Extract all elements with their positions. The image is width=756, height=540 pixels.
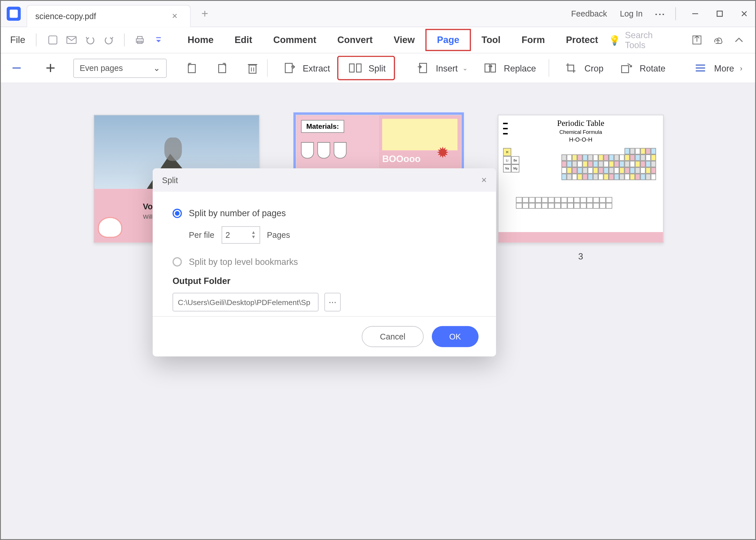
print-icon[interactable] <box>132 33 148 48</box>
svg-rect-25 <box>622 66 629 73</box>
lightbulb-icon: 💡 <box>609 35 620 46</box>
maximize-button[interactable] <box>707 7 732 20</box>
svg-rect-14 <box>219 65 226 72</box>
thumb-image-3: ▬▬▬ Periodic Table Chemical Formula H-O-… <box>498 115 664 243</box>
more-button[interactable]: More › <box>685 56 750 80</box>
dialog-titlebar: Split × <box>153 168 496 192</box>
output-path-input[interactable]: C:\Users\Geili\Desktop\PDFelement\Sp <box>173 293 319 312</box>
ribbon-tabs: Home Edit Comment Convert View Page Tool… <box>177 29 609 51</box>
extract-button[interactable]: Extract <box>273 56 337 80</box>
page-thumb-3[interactable]: ▬▬▬ Periodic Table Chemical Formula H-O-… <box>498 115 664 540</box>
tab-edit[interactable]: Edit <box>224 30 263 50</box>
share-icon[interactable] <box>686 33 707 48</box>
app-icon <box>7 7 21 21</box>
extract-label: Extract <box>303 63 330 73</box>
page-toolbar: Even pages ⌄ Extract Split Insert ⌄ Repl… <box>1 53 756 83</box>
feedback-link[interactable]: Feedback <box>571 9 607 19</box>
rotate-label: Rotate <box>640 63 666 73</box>
zoom-in-button[interactable] <box>42 59 60 77</box>
pages-per-file-input[interactable]: 2 ▲▼ <box>221 226 260 244</box>
file-menu[interactable]: File <box>4 35 31 45</box>
spin-down-icon[interactable]: ▼ <box>251 235 256 239</box>
svg-rect-4 <box>49 36 57 44</box>
svg-rect-24 <box>491 64 496 72</box>
svg-rect-20 <box>349 64 354 72</box>
split-by-pages-radio[interactable]: Split by number of pages <box>173 208 476 218</box>
spin-value: 2 <box>225 230 230 240</box>
redo-icon[interactable] <box>100 33 117 48</box>
minimize-button[interactable] <box>683 7 707 20</box>
tab-tool[interactable]: Tool <box>471 30 511 50</box>
svg-rect-1 <box>717 11 722 16</box>
thumb3-sub: Chemical Formula <box>499 129 663 135</box>
svg-rect-13 <box>188 65 196 72</box>
split-label: Split <box>369 63 386 73</box>
close-tab-icon[interactable]: × <box>172 11 178 21</box>
split-button[interactable]: Split <box>337 56 395 80</box>
tab-protect[interactable]: Protect <box>555 30 609 50</box>
crop-label: Crop <box>584 63 604 73</box>
materials-label: Materials: <box>301 120 344 133</box>
dialog-close-icon[interactable]: × <box>481 175 487 186</box>
opt2-label: Split by top level bookmarks <box>189 257 298 267</box>
svg-rect-7 <box>137 37 142 39</box>
insert-button[interactable]: Insert ⌄ <box>406 56 475 80</box>
ok-button[interactable]: OK <box>432 326 478 347</box>
svg-rect-19 <box>285 63 292 72</box>
menubar: File Home Edit Comment Convert View Page… <box>1 27 756 53</box>
cancel-button[interactable]: Cancel <box>362 326 423 347</box>
qat-dropdown-icon[interactable] <box>150 33 166 48</box>
svg-rect-21 <box>356 64 361 72</box>
radio-on-icon <box>173 208 182 218</box>
tab-home[interactable]: Home <box>177 30 224 50</box>
close-window-button[interactable] <box>732 7 756 20</box>
thumb3-title: Periodic Table <box>499 119 663 128</box>
thumb-image-2: Materials: BOOooo ✹ <box>296 115 461 174</box>
extract-icon <box>281 59 298 77</box>
titlebar: science-copy.pdf × + Feedback Log In ⋮ <box>1 1 756 27</box>
crop-button[interactable]: Crop <box>555 56 610 80</box>
pages-label: Pages <box>267 230 290 240</box>
svg-rect-15 <box>249 65 256 73</box>
crop-icon <box>562 59 580 77</box>
dropdown-value: Even pages <box>80 63 123 72</box>
undo-icon[interactable] <box>82 33 98 48</box>
insert-label: Insert <box>436 63 458 73</box>
chevron-down-icon: ⌄ <box>462 64 467 72</box>
replace-label: Replace <box>504 63 536 73</box>
split-by-bookmarks-radio[interactable]: Split by top level bookmarks <box>173 257 476 267</box>
tab-convert[interactable]: Convert <box>327 30 383 50</box>
rotate-button[interactable]: Rotate <box>610 56 673 80</box>
save-icon[interactable] <box>45 33 61 48</box>
svg-rect-5 <box>67 37 76 44</box>
tab-form[interactable]: Form <box>511 30 555 50</box>
new-tab-button[interactable]: + <box>202 7 208 21</box>
rotate-right-icon[interactable] <box>213 59 231 77</box>
more-menu-icon[interactable]: ⋮ <box>654 9 667 19</box>
document-tab[interactable]: science-copy.pdf × <box>27 5 191 27</box>
tab-page[interactable]: Page <box>425 29 471 51</box>
radio-off-icon <box>173 257 182 266</box>
path-value: C:\Users\Geili\Desktop\PDFelement\Sp <box>178 298 310 307</box>
delete-page-icon[interactable] <box>244 59 261 77</box>
zoom-out-button[interactable] <box>8 59 26 77</box>
cloud-icon[interactable] <box>707 33 729 48</box>
browse-button[interactable]: ··· <box>324 293 341 312</box>
dialog-title: Split <box>162 176 178 185</box>
page-filter-dropdown[interactable]: Even pages ⌄ <box>73 59 167 78</box>
replace-button[interactable]: Replace <box>475 56 543 80</box>
collapse-ribbon-icon[interactable] <box>728 33 749 48</box>
page-thumbnails-area: Science Class Volcanic Experim Willow Cr… <box>1 83 756 540</box>
tab-view[interactable]: View <box>383 30 425 50</box>
opt1-label: Split by number of pages <box>189 208 286 218</box>
tab-title: science-copy.pdf <box>35 11 96 21</box>
tab-comment[interactable]: Comment <box>263 30 327 50</box>
boo-text: BOOooo <box>382 154 421 164</box>
login-link[interactable]: Log In <box>620 9 643 19</box>
more-icon <box>692 59 709 77</box>
search-tools[interactable]: 💡 Search Tools <box>609 30 675 50</box>
mail-icon[interactable] <box>63 33 79 48</box>
rotate-icon <box>618 59 635 77</box>
rotate-left-icon[interactable] <box>183 59 201 77</box>
chevron-right-icon: › <box>740 64 743 72</box>
